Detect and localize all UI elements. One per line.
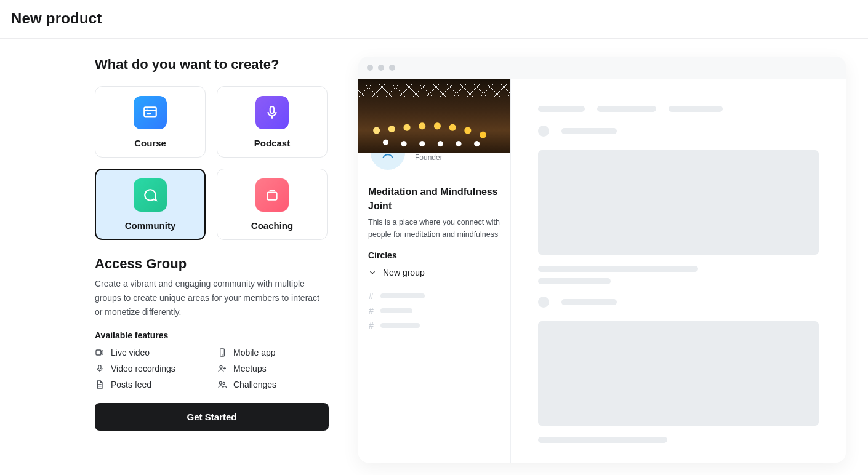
window-dot-icon	[367, 65, 373, 71]
community-title: Meditation and Mindfulness Joint	[368, 185, 500, 213]
skeleton-block	[538, 321, 819, 426]
svg-point-10	[219, 382, 222, 385]
mobile-icon	[217, 348, 227, 357]
svg-rect-3	[270, 106, 275, 113]
tile-podcast[interactable]: Podcast	[217, 86, 328, 158]
tile-coaching-label: Coaching	[251, 220, 293, 231]
topbar: New product	[0, 0, 868, 39]
owner-role: Founder	[415, 153, 480, 162]
svg-point-1	[147, 108, 148, 110]
feature-label: Video recordings	[111, 364, 175, 373]
features-list: Live video Mobile app Video recordings M…	[95, 348, 329, 389]
channel-skeleton: #	[368, 306, 500, 316]
feature-video-recordings: Video recordings	[95, 364, 206, 373]
tile-community[interactable]: Community	[95, 169, 206, 240]
product-tiles: Course Podcast	[95, 86, 329, 240]
feature-live-video: Live video	[95, 348, 206, 357]
create-heading: What do you want to create?	[95, 57, 329, 73]
page: What do you want to create? Course	[0, 39, 868, 475]
svg-rect-4	[267, 192, 276, 199]
feature-label: Mobile app	[233, 348, 276, 357]
cover-image	[358, 79, 510, 153]
feature-meetups: Meetups	[217, 364, 329, 373]
users-icon	[217, 380, 227, 389]
skeleton-pill	[669, 106, 723, 112]
window-icon	[134, 96, 167, 129]
chat-bubble-icon	[134, 178, 167, 212]
bunting-decor-icon	[358, 84, 510, 97]
tile-community-label: Community	[125, 220, 176, 231]
new-group-label: New group	[383, 268, 425, 277]
mic-small-icon	[95, 364, 105, 373]
skeleton-avatar	[538, 126, 549, 137]
channel-skeleton: #	[368, 291, 500, 301]
feature-label: Live video	[111, 348, 150, 357]
svg-rect-2	[147, 113, 151, 114]
hash-icon: #	[368, 291, 374, 301]
svg-rect-5	[96, 350, 101, 355]
svg-rect-0	[144, 107, 156, 116]
preview-window: Prasanna Jorah Founder Meditation and Mi…	[358, 57, 846, 463]
skeleton-bar	[380, 308, 412, 313]
hash-icon: #	[368, 321, 374, 330]
preview-sidebar: Prasanna Jorah Founder Meditation and Mi…	[358, 79, 511, 463]
get-started-button[interactable]: Get Started	[95, 403, 329, 431]
section-description: Create a vibrant and engaging community …	[95, 277, 329, 319]
skeleton-bar	[380, 293, 425, 298]
skeleton-pill	[597, 106, 656, 112]
author-skeleton	[538, 126, 819, 137]
hash-icon: #	[368, 306, 374, 316]
cards-stack-icon	[255, 178, 289, 212]
channels-skeleton: # # #	[368, 286, 500, 335]
document-icon	[95, 380, 105, 389]
skeleton-pill	[538, 106, 585, 112]
skeleton-pill	[561, 128, 617, 134]
section-title: Access Group	[95, 256, 329, 272]
feature-label: Meetups	[233, 364, 267, 373]
skeleton-line	[538, 437, 667, 443]
chevron-down-icon	[368, 268, 377, 277]
feature-posts-feed: Posts feed	[95, 380, 206, 389]
tile-course[interactable]: Course	[95, 86, 206, 158]
tile-podcast-label: Podcast	[254, 138, 290, 148]
left-panel: What do you want to create? Course	[95, 57, 329, 463]
skeleton-avatar	[538, 297, 549, 308]
skeleton-line	[538, 266, 698, 272]
features-title: Available features	[95, 330, 329, 340]
svg-point-11	[223, 383, 225, 385]
window-dot-icon	[389, 65, 395, 71]
window-dot-icon	[378, 65, 384, 71]
svg-point-7	[222, 355, 222, 356]
circles-label: Circles	[368, 250, 500, 260]
skeleton-bar	[380, 323, 420, 328]
svg-rect-8	[98, 365, 101, 369]
tile-course-label: Course	[134, 138, 166, 148]
tabs-skeleton	[538, 106, 819, 112]
video-icon	[95, 348, 105, 357]
feature-challenges: Challenges	[217, 380, 329, 389]
page-title: New product	[11, 10, 857, 27]
skeleton-pill	[561, 299, 617, 305]
svg-point-9	[220, 366, 222, 369]
preview-body: Prasanna Jorah Founder Meditation and Mi…	[358, 79, 846, 463]
feature-label: Challenges	[233, 380, 276, 389]
preview-feed	[511, 79, 846, 463]
window-chrome	[358, 57, 846, 79]
feature-mobile-app: Mobile app	[217, 348, 329, 357]
feature-label: Posts feed	[111, 380, 151, 389]
new-group[interactable]: New group	[368, 268, 500, 277]
skeleton-block	[538, 150, 819, 255]
author-skeleton	[538, 297, 819, 308]
tile-coaching[interactable]: Coaching	[217, 169, 328, 240]
channel-skeleton: #	[368, 321, 500, 330]
skeleton-line	[538, 278, 611, 284]
microphone-icon	[255, 96, 289, 129]
user-plus-icon	[217, 364, 227, 373]
community-description: This is a place where you connect with p…	[368, 217, 500, 241]
